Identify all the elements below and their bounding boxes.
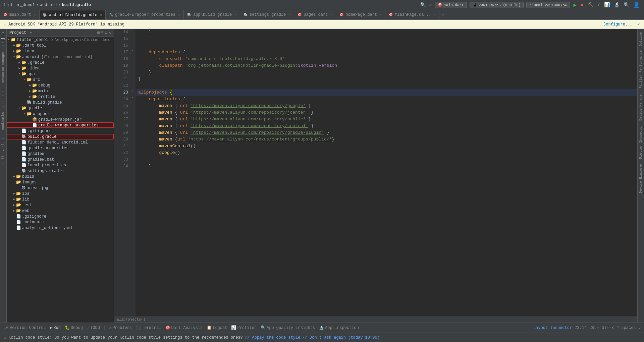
tree-gradle[interactable]: ▾ 📂 gradle bbox=[7, 105, 114, 111]
tree-wrapper[interactable]: ▾ 📂 wrapper bbox=[7, 111, 114, 117]
tree-src[interactable]: ▾ 📂 src bbox=[7, 77, 114, 82]
build-variants-side-tab[interactable]: Build Variants bbox=[1, 134, 6, 165]
code-content[interactable]: 14 15 16 17 18 19 20 21 22 23 24 25 26 2… bbox=[114, 29, 637, 316]
tab-gradle-wrapper-props[interactable]: 🔧 gradle-wrapper.properties ✕ bbox=[106, 10, 184, 19]
tab-pages-dart[interactable]: 🎯 pages.dart ✕ bbox=[294, 10, 336, 19]
run-tool[interactable]: ▶ Run bbox=[49, 325, 62, 331]
profiler-tool[interactable]: 📊 Profiler bbox=[230, 325, 258, 331]
tree-settings-gradle[interactable]: 🐘 settings.gradle bbox=[7, 168, 114, 174]
tree-gradle-wrapper-jar[interactable]: 📦 gradle-wrapper.jar bbox=[7, 117, 114, 122]
tree-idea-root[interactable]: ▶ 📂 .idea bbox=[7, 48, 114, 54]
tree-android[interactable]: ▾ 📂 android [flutter_demo1_android] bbox=[7, 54, 114, 60]
tree-images[interactable]: ▾ 📂 images bbox=[7, 179, 114, 185]
tab-android-build-gradle-close[interactable]: ✕ bbox=[100, 13, 102, 17]
tree-gradlew-bat[interactable]: 📄 gradlew.bat bbox=[7, 157, 114, 162]
tree-gradle-dir[interactable]: ▶ 📂 .gradle bbox=[7, 60, 114, 65]
expand-all-icon[interactable]: ⊞ bbox=[97, 30, 100, 35]
tab-flashpage-dart-close[interactable]: ✕ bbox=[434, 13, 436, 17]
tab-android-build-gradle[interactable]: 🐘 android\build.gradle ✕ bbox=[40, 10, 106, 19]
run-config-btn[interactable]: 🎯 main.dart bbox=[435, 2, 467, 8]
collapse-all-icon[interactable]: ≡ bbox=[101, 30, 103, 35]
bookmarks-side-tab[interactable]: Bookmarks bbox=[1, 111, 6, 131]
outline-panel-tab[interactable]: Outline bbox=[638, 30, 643, 48]
tree-build-gradle-root[interactable]: 🐘 build.gradle bbox=[7, 134, 114, 139]
tab-app-build-gradle-close[interactable]: ✕ bbox=[234, 13, 236, 17]
tab-homepage-dart[interactable]: 🎯 homePage.dart ✕ bbox=[336, 10, 385, 19]
tree-gradlew[interactable]: 📄 gradlew bbox=[7, 151, 114, 157]
settings-icon[interactable]: ⚙ bbox=[428, 1, 432, 8]
dart-analysis-tool[interactable]: 🎯 Dart Analysis bbox=[164, 325, 204, 331]
coverage-icon[interactable]: 🔬 bbox=[613, 1, 620, 8]
tree-build-folder[interactable]: ▶ 📂 build bbox=[7, 174, 114, 179]
tree-main[interactable]: ▶ 📂 main bbox=[7, 88, 114, 94]
tree-local-properties[interactable]: 📄 local.properties bbox=[7, 162, 114, 168]
tab-gradle-wrapper-props-close[interactable]: ✕ bbox=[178, 13, 180, 17]
indent-display[interactable]: 4 spaces bbox=[616, 326, 636, 330]
tab-main-dart[interactable]: 🎯 main.dart ✕ bbox=[0, 10, 40, 19]
app-inspection-tool[interactable]: 🔬 App Inspection bbox=[318, 325, 360, 331]
tab-flashpage-dart[interactable]: 🎯 flashPage.da... ✕ bbox=[385, 10, 439, 19]
build-icon[interactable]: 🔨 bbox=[587, 1, 594, 8]
tree-web[interactable]: ▶ 📂 web bbox=[7, 208, 114, 214]
profile-icon[interactable]: 📊 bbox=[603, 1, 610, 8]
tree-dropdown-icon[interactable]: ▾ bbox=[30, 30, 32, 35]
configure-link[interactable]: Configure... bbox=[603, 22, 632, 27]
problems-tool[interactable]: ⚠ Problems bbox=[108, 325, 133, 331]
run-icon[interactable]: ▶ bbox=[573, 1, 578, 9]
tree-lib[interactable]: ▶ 📂 lib bbox=[7, 196, 114, 202]
code-lines[interactable]: } dependencies { classpath 'com.android.… bbox=[136, 29, 637, 316]
fold-arrow-23[interactable]: ▾ bbox=[131, 89, 133, 93]
kotlin-apply-link[interactable]: // Apply the code style bbox=[245, 335, 301, 340]
kotlin-dont-ask[interactable]: // Don't ask again (today 10:00) bbox=[302, 335, 379, 340]
tab-settings-gradle[interactable]: 🐘 settings.gradle ✕ bbox=[240, 10, 294, 19]
tree-test[interactable]: ▶ 📂 test bbox=[7, 202, 114, 208]
tree-press-jpg[interactable]: 🖼 press.jpg bbox=[7, 185, 114, 191]
avatar-icon[interactable]: 👤 bbox=[633, 1, 641, 9]
tab-app-build-gradle[interactable]: 🐘 app\build.gradle ✕ bbox=[184, 10, 240, 19]
tree-gitignore-android[interactable]: 📄 .gitignore bbox=[7, 128, 114, 134]
structure-side-tab[interactable]: Structure bbox=[1, 87, 6, 108]
fold-arrow-17[interactable]: ▾ bbox=[131, 49, 133, 53]
tab-pages-dart-close[interactable]: ✕ bbox=[330, 13, 332, 17]
tree-root[interactable]: ▾ 📁 flutter_demo1 D:\workproject\flutter… bbox=[7, 37, 114, 43]
tree-flutter-demo-iml[interactable]: 📄 flutter_demo1_android.iml bbox=[7, 139, 114, 145]
project-side-tab[interactable]: Project bbox=[1, 30, 6, 47]
tree-debug[interactable]: ▶ 📂 debug bbox=[7, 82, 114, 88]
tree-analysis-options[interactable]: 📄 analysis_options.yaml bbox=[7, 225, 114, 231]
tab-homepage-dart-close[interactable]: ✕ bbox=[380, 13, 382, 17]
platform-name[interactable]: android bbox=[40, 3, 57, 7]
tree-app[interactable]: ▾ 📂 app bbox=[7, 71, 114, 77]
tree-settings-icon[interactable]: ⚙ bbox=[105, 30, 107, 35]
version-control-tool[interactable]: ⎇ Version Control bbox=[3, 325, 47, 331]
tree-gradle-wrapper-properties[interactable]: 📄 gradle-wrapper.properties bbox=[7, 122, 114, 128]
tree-gitignore-root[interactable]: 📄 .gitignore bbox=[7, 214, 114, 219]
project-name[interactable]: flutter_demo1 bbox=[3, 3, 35, 7]
tree-gradle-properties[interactable]: 📄 gradle.properties bbox=[7, 145, 114, 151]
tab-settings-gradle-close[interactable]: ✕ bbox=[288, 13, 290, 17]
logcat-tool[interactable]: 📋 Logcat bbox=[205, 325, 228, 331]
tree-close-icon[interactable]: ✕ bbox=[109, 30, 111, 35]
layout-inspector-label[interactable]: Layout Inspector bbox=[533, 326, 572, 330]
device-explorer-tab[interactable]: Device Explorer bbox=[638, 161, 643, 195]
device-manager-tab[interactable]: Device Manager bbox=[638, 91, 643, 123]
tree-ios[interactable]: ▶ 📂 ios bbox=[7, 191, 114, 196]
lightning-icon[interactable]: ⚡ bbox=[597, 1, 601, 8]
todo-tool[interactable]: ☑ TODO bbox=[86, 325, 101, 331]
stop-icon[interactable]: ■ bbox=[580, 2, 584, 8]
tree-metadata[interactable]: 📄 .metadata bbox=[7, 219, 114, 225]
tree-dart-tool[interactable]: ▶ 📂 .dart_tool bbox=[7, 43, 114, 48]
terminal-tool[interactable]: ⬛ Terminal bbox=[135, 325, 163, 331]
device-selector-btn[interactable]: 📱 23013RK75C (mobile) bbox=[470, 2, 524, 8]
flutter-inspector-tab[interactable]: Flutter Inspector bbox=[638, 123, 643, 161]
debug-tool[interactable]: 🐛 Debug bbox=[63, 325, 84, 331]
tab-main-dart-close[interactable]: ✕ bbox=[34, 13, 36, 17]
device-model-btn[interactable]: Xiaomi 23013RK75C bbox=[526, 2, 570, 8]
app-quality-tool[interactable]: 🔍 App Quality Insights bbox=[259, 325, 316, 331]
resource-side-tab[interactable]: Resource Manager bbox=[1, 50, 6, 84]
find-icon[interactable]: 🔍 bbox=[623, 1, 630, 8]
tab-more-icon[interactable]: » bbox=[439, 12, 446, 17]
fold-arrow-24[interactable]: ▾ bbox=[131, 96, 133, 100]
search-icon[interactable]: 🔍 bbox=[420, 1, 427, 8]
flutter-performance-tab[interactable]: Flutter Performance bbox=[638, 48, 643, 91]
tree-app-build-gradle[interactable]: 🐘 build.gradle bbox=[7, 100, 114, 105]
